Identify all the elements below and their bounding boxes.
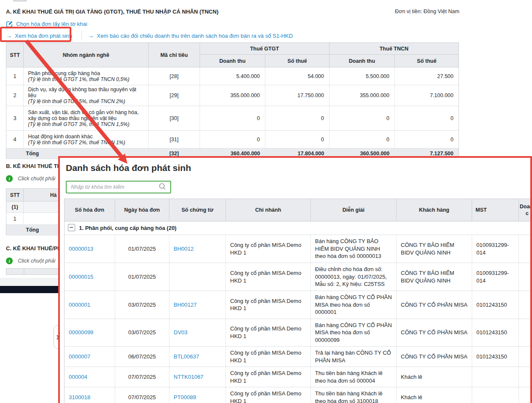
revenue-cell (519, 263, 532, 291)
col-so-hoa-don: Số hóa đơn (65, 199, 115, 221)
description-cell: Thu tiền bán hàng Khách lẻ theo hóa đơn … (311, 367, 397, 387)
search-icon[interactable] (158, 182, 168, 192)
invoice-row: 000004 07/07/2025 NTTK01067 Công ty cổ p… (65, 367, 532, 387)
view-report-link[interactable]: Xem báo cáo đối chiếu doanh thu trên dan… (97, 33, 293, 39)
invoice-number-link[interactable]: 3100018 (69, 394, 90, 400)
info-icon[interactable]: i (6, 257, 13, 264)
col-doanh-thu-line1: Doanh (520, 204, 532, 210)
customer-cell: Khách lẻ (397, 367, 472, 387)
table-row: 2 Dịch vụ, xây dựng không bao thầu nguyê… (6, 85, 459, 106)
row-stt: 4 (6, 131, 24, 148)
row-stt: 1 (6, 213, 24, 225)
invoice-row: 00000099 03/07/2025 DV03 Công ty cổ phần… (65, 319, 532, 347)
table-row: 4 Hoạt động kinh doanh khác(Tỷ lệ tính t… (6, 131, 459, 148)
table-row: 3 Sản xuất, vận tải, dịch vụ có gắn với … (6, 106, 459, 131)
gtgt-tax: 0 (265, 131, 329, 148)
row-name-cell: Phân phối, cung cấp hàng hóa(Tỷ lệ tính … (24, 67, 149, 85)
invoice-row: 3100018 07/07/2025 PT00089 Công ty cổ ph… (65, 387, 532, 403)
link-divider (82, 31, 82, 41)
gtgt-revenue: 5.400.000 (200, 67, 265, 85)
revenue-cell (519, 235, 532, 263)
branch-cell: Công ty cổ phần MISA Demo HKD 1 (226, 263, 311, 291)
section-c-title: C. KÊ KHAI THUẾ/PHÍ (6, 245, 63, 252)
section-b-hint-row: i Click chuột phải (6, 175, 55, 182)
doc-number-link[interactable]: BH00127 (174, 302, 197, 308)
invoice-row: 0000001 03/07/2025 BH00127 Công ty cổ ph… (65, 291, 532, 319)
gtgt-tax: 0 (265, 106, 329, 131)
tncn-revenue: 0 (329, 106, 395, 131)
invoice-row: 0000007 06/07/2025 BTL00637 Công ty cổ p… (65, 347, 532, 367)
invoice-number-link[interactable]: 00000099 (69, 329, 93, 336)
description-cell: Bán hàng CÔNG TY BẢO HIỂM BIDV QUẢNG NIN… (311, 235, 397, 263)
invoice-number-link[interactable]: 0000001 (69, 302, 90, 308)
customer-cell: CÔNG TY CỔ PHẦN MISA (397, 291, 472, 319)
tncn-tax: 0 (395, 131, 459, 148)
section-b-title: B. KÊ KHAI THUẾ TIÊU (6, 163, 66, 169)
section-c-hint-row: i Click chuột phải (6, 257, 55, 264)
invoice-date: 06/07/2025 (115, 347, 169, 367)
invoice-date: 07/07/2025 (115, 367, 169, 387)
col-stt: STT (6, 43, 24, 67)
branch-cell: Công ty cổ phần MISA Demo HKD 1 (226, 235, 311, 263)
col-gtgt-so-thue: Số thuế (265, 55, 329, 67)
row-name-cell: Hoạt động kinh doanh khác(Tỷ lệ tính thu… (24, 131, 149, 148)
branch-cell: Công ty cổ phần MISA Demo HKD 1 (226, 367, 311, 387)
row-name: Sản xuất, vận tải, dịch vụ có gắn với hà… (28, 109, 138, 121)
invoice-table: Số hóa đơn Ngày hóa đơn Số chứng từ Chi … (64, 199, 532, 403)
section-c-hint: Click chuột phải (18, 258, 55, 264)
customer-cell: Khách lẻ (397, 387, 472, 403)
invoice-number-link[interactable]: 00000013 (69, 246, 93, 252)
group-label: 1. Phân phối, cung cấp hàng hóa (20) (79, 225, 177, 231)
col-dien-giai: Diễn giải (311, 199, 397, 221)
search-input[interactable] (67, 184, 158, 190)
doc-number-link[interactable]: BH0012 (174, 246, 194, 252)
customer-cell: CÔNG TY BẢO HIỂM BIDV QUẢNG NINH (397, 235, 472, 263)
invoice-row: 00000015 01/07/2025 Công ty cổ phần MISA… (65, 263, 532, 291)
gtgt-tax: 17.750.000 (265, 85, 329, 106)
description-cell: Bán hàng CÔNG TY CỔ PHẦN MISA theo hóa đ… (311, 291, 397, 319)
col-chi-nhanh: Chi nhánh (226, 199, 311, 221)
doc-number-link[interactable]: BTL00637 (174, 353, 199, 360)
invoice-number-link[interactable]: 0000007 (69, 353, 90, 360)
mst-cell (472, 387, 519, 403)
doc-number-link[interactable]: NTTK01067 (174, 374, 203, 380)
search-box (66, 181, 171, 193)
description-cell: Điều chỉnh cho hóa đơn số: 00000013, ngà… (311, 263, 397, 291)
gtgt-revenue: 0 (200, 106, 265, 131)
row-code: (1) (6, 202, 24, 213)
invoice-number-link[interactable]: 000004 (69, 374, 87, 380)
group-checkbox-indeterminate[interactable] (68, 224, 75, 231)
mst-cell: 0100931299-014 (472, 235, 519, 263)
description-cell: Bán hàng CÔNG TY CỔ PHẦN MISA theo hóa đ… (311, 319, 397, 347)
row-code: [28] (149, 67, 200, 85)
row-stt: 3 (6, 106, 24, 131)
invoice-date: 03/07/2025 (115, 319, 169, 347)
tax-declaration-page: A. KÊ KHAI THUẾ GIÁ TRỊ GIA TĂNG (GTGT),… (0, 0, 532, 403)
col-mst: MST (472, 199, 519, 221)
mst-cell: 0101243150 (472, 291, 519, 319)
invoice-number-link[interactable]: 00000015 (69, 274, 93, 280)
col-doanh-thu-line2: c (520, 210, 529, 216)
tncn-revenue: 355.000.000 (329, 85, 395, 106)
choose-invoice-link[interactable]: Chọn hóa đơn lấy lên tờ khai (16, 21, 87, 27)
customer-cell: CÔNG TY BẢO HIỂM BIDV QUẢNG NINH (397, 263, 472, 291)
customer-cell: CÔNG TY CỔ PHẦN MISA (397, 319, 472, 347)
info-icon[interactable]: i (6, 175, 13, 182)
row-name: Hoạt động kinh doanh khác (28, 134, 93, 140)
top-edge-fragment (13, 0, 27, 2)
branch-cell: Công ty cổ phần MISA Demo HKD 1 (226, 347, 311, 367)
revenue-cell (519, 347, 532, 367)
row-name-cell: Sản xuất, vận tải, dịch vụ có gắn với hà… (24, 106, 149, 131)
doc-number-link[interactable]: PT00089 (174, 394, 196, 400)
col-doanh-thu-truncated: Doanh c (519, 199, 532, 221)
branch-cell: Công ty cổ phần MISA Demo HKD 1 (226, 291, 311, 319)
invoice-date: 01/07/2025 (115, 235, 169, 263)
invoice-row: 00000013 01/07/2025 BH0012 Công ty cổ ph… (65, 235, 532, 263)
col-thue-gtgt: Thuế GTGT (200, 43, 329, 55)
col-ma-chi-tieu: Mã chỉ tiêu (149, 43, 200, 67)
tncn-revenue: 5.500.000 (329, 67, 395, 85)
doc-number-link[interactable]: DV03 (174, 329, 188, 336)
invoice-date: 01/07/2025 (115, 263, 169, 291)
arrow-right-icon: → (88, 32, 94, 39)
mst-cell (472, 367, 519, 387)
